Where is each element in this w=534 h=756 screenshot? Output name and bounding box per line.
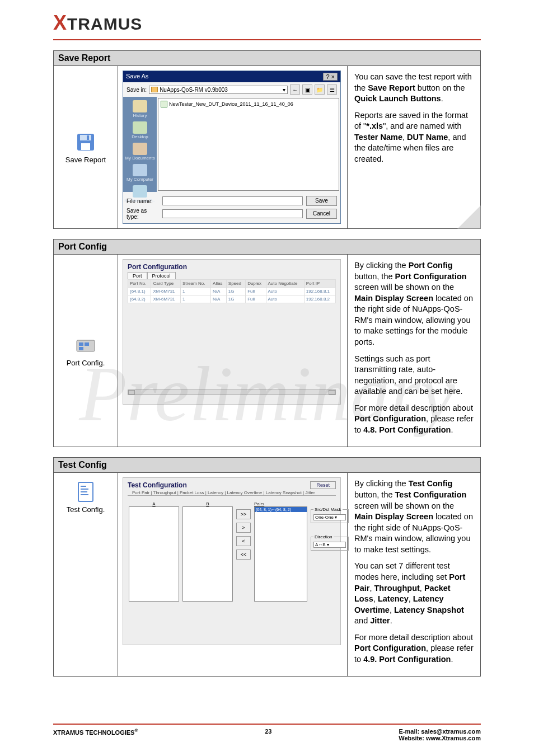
col-portip: Port IP <box>304 280 335 288</box>
col-portno: Port No. <box>128 280 151 288</box>
logo-x: X <box>53 11 67 34</box>
file-name-input[interactable] <box>162 196 303 205</box>
col-streamno: Stream No. <box>180 280 210 288</box>
col-cardtype: Card Type <box>151 280 181 288</box>
pairs-list[interactable]: (64, 8, 1)←(64, 8, 2) <box>254 506 307 602</box>
test-config-title: Test Config <box>54 458 480 473</box>
test-config-icon <box>74 481 97 503</box>
test-configuration-panel: Test Configuration Reset Port Pair | Thr… <box>123 477 341 645</box>
src-dst-mask-combo[interactable]: One-One ▾ <box>313 514 346 520</box>
src-dst-mask-legend: Src/Dst Mask <box>313 507 343 512</box>
direction-combo[interactable]: A↔B ▾ <box>313 542 346 548</box>
svg-rect-5 <box>79 342 83 346</box>
svg-rect-7 <box>79 347 83 350</box>
table-row[interactable]: (64,8,1)XM-6M7311N/A1GFullAuto192.168.8.… <box>128 288 336 295</box>
toolbar-views-icon[interactable]: ☰ <box>327 84 337 95</box>
pairs-label: Pairs <box>254 501 307 506</box>
svg-rect-3 <box>87 135 89 140</box>
svg-rect-10 <box>81 489 88 490</box>
save-as-type-label: Save as type: <box>127 208 159 220</box>
table-row[interactable]: (64,8,2)XM-6M7311N/A1GFullAuto192.168.8.… <box>128 295 336 303</box>
svg-rect-6 <box>85 342 89 346</box>
port-config-icon <box>74 334 97 356</box>
direction-group: Direction A↔B ▾ <box>311 534 349 551</box>
svg-rect-9 <box>81 486 86 487</box>
floppy-icon <box>74 131 97 153</box>
page-fold-decoration <box>457 205 481 229</box>
list-b-label: B <box>182 501 233 506</box>
port-config-icon-label: Port Config. <box>67 359 105 367</box>
brand-logo: XTRAMUS <box>0 0 534 37</box>
tab-port[interactable]: Port <box>128 272 147 279</box>
move-all-left-button[interactable]: << <box>236 550 251 560</box>
col-speed: Speed <box>226 280 245 288</box>
place-desktop[interactable]: Desktop <box>132 121 148 139</box>
port-config-icon-cell: Port Config. <box>54 255 118 447</box>
test-tabs-row[interactable]: Port Pair | Throughput | Packet Loss | L… <box>128 490 336 496</box>
test-config-section: Test Config Test Config. Test Configurat… <box>53 457 481 677</box>
chevron-down-icon: ▾ <box>283 87 285 93</box>
move-right-button[interactable]: > <box>236 523 251 533</box>
svg-rect-11 <box>81 491 87 492</box>
logo-rest: TRAMUS <box>67 15 142 33</box>
footer-divider <box>53 724 481 725</box>
dialog-close-buttons[interactable]: ? × <box>323 73 338 81</box>
file-item[interactable]: NewTester_New_DUT_Device_2011_11_16_11_4… <box>161 101 336 107</box>
cancel-button[interactable]: Cancel <box>306 209 337 219</box>
port-table: Port No. Card Type Stream No. Alias Spee… <box>128 279 336 303</box>
page-footer: XTRAMUS TECHNOLOGIES® 23 E-mail: sales@x… <box>0 724 534 741</box>
tab-protocol[interactable]: Protocol <box>147 272 176 279</box>
list-a-label: A <box>129 501 179 506</box>
save-button[interactable]: Save <box>306 196 337 206</box>
col-duplex: Duplex <box>246 280 266 288</box>
footer-company: XTRAMUS TECHNOLOGIES® <box>53 728 138 736</box>
list-b[interactable] <box>182 506 233 602</box>
direction-legend: Direction <box>313 534 334 539</box>
horizontal-scrollbar[interactable] <box>128 389 336 395</box>
test-panel-title: Test Configuration <box>128 481 187 489</box>
page-content: Save Report Save Report Save As ? × Save… <box>0 40 534 677</box>
col-alias: Alias <box>211 280 227 288</box>
xls-icon <box>161 101 167 107</box>
test-config-icon-label: Test Config. <box>67 505 105 514</box>
svg-rect-2 <box>81 143 90 150</box>
toolbar-back-icon[interactable]: ← <box>290 84 300 95</box>
pair-item-selected[interactable]: (64, 8, 1)←(64, 8, 2) <box>255 507 307 512</box>
save-report-icon-cell: Save Report <box>54 66 118 228</box>
save-as-dialog: Save As ? × Save in: NuApps-QoS-RM v0.9b… <box>123 71 341 224</box>
move-left-button[interactable]: < <box>236 536 251 546</box>
save-report-title: Save Report <box>54 51 480 66</box>
file-item-name: NewTester_New_DUT_Device_2011_11_16_11_4… <box>169 101 293 107</box>
file-list-area[interactable]: NewTester_New_DUT_Device_2011_11_16_11_4… <box>158 98 339 191</box>
file-name-label: File name: <box>127 198 159 204</box>
port-config-description: By clicking the Port Config button, the … <box>348 255 480 447</box>
place-history[interactable]: History <box>133 100 147 118</box>
test-config-icon-cell: Test Config. <box>54 473 118 676</box>
toolbar-up-icon[interactable]: ▣ <box>302 84 312 95</box>
src-dst-mask-group: Src/Dst Mask One-One ▾ <box>311 507 349 523</box>
reset-button[interactable]: Reset <box>310 481 336 489</box>
port-config-section: Port Config Port Config. Port Configurat… <box>53 239 481 447</box>
save-in-combo[interactable]: NuApps-QoS-RM v0.9b003 ▾ <box>149 86 288 94</box>
place-computer[interactable]: My Computer <box>127 164 153 182</box>
dialog-title: Save As <box>126 73 148 81</box>
test-config-description: By clicking the Test Config button, the … <box>348 473 480 676</box>
save-report-icon-label: Save Report <box>65 156 106 164</box>
toolbar-newfolder-icon[interactable]: 📁 <box>315 84 325 95</box>
footer-contact: E-mail: sales@xtramus.com Website: www.X… <box>399 728 481 741</box>
places-bar: History Desktop My Documents My Computer… <box>123 97 157 192</box>
save-report-description: You can save the test report with the Sa… <box>348 66 480 228</box>
save-in-value: NuApps-QoS-RM v0.9b003 <box>160 87 228 93</box>
place-documents[interactable]: My Documents <box>125 143 154 161</box>
svg-rect-12 <box>81 494 88 495</box>
col-autoneg: Auto Negotiate <box>266 280 304 288</box>
port-panel-title: Port Configuration <box>123 260 340 272</box>
folder-icon <box>151 87 158 92</box>
scroll-left-icon[interactable] <box>128 390 135 395</box>
port-configuration-panel: Port Configuration Port Protocol Port No… <box>123 259 341 405</box>
scroll-right-icon[interactable] <box>329 390 335 395</box>
list-a[interactable] <box>129 506 179 602</box>
svg-rect-1 <box>80 135 91 140</box>
save-as-type-combo[interactable] <box>162 209 303 218</box>
move-all-right-button[interactable]: >> <box>236 509 251 519</box>
